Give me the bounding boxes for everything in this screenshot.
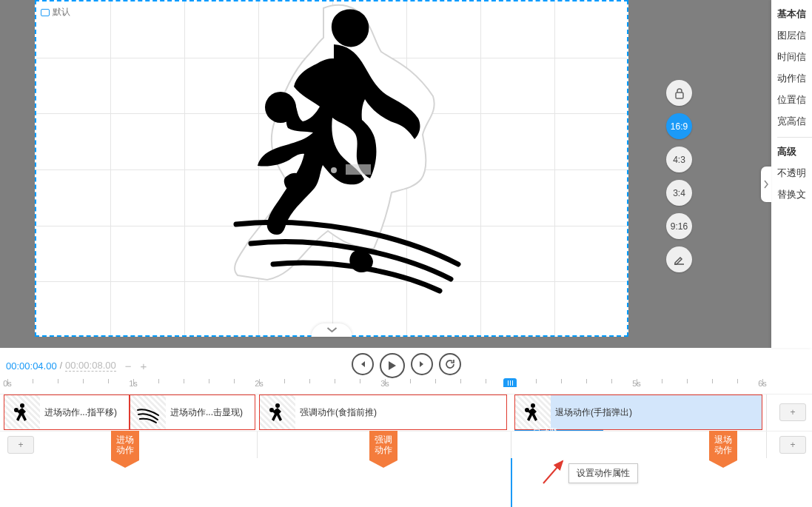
canvas-area[interactable]: 默认 bbox=[0, 0, 674, 348]
lock-ratio-button[interactable] bbox=[666, 80, 692, 106]
ratio-label: 9:16 bbox=[671, 221, 688, 232]
canvas[interactable]: 默认 bbox=[35, 0, 628, 337]
ratio-edit-button[interactable] bbox=[666, 246, 692, 272]
sidebar: 基本信 图层信 时间信 动作信 位置信 宽高信 高级 不透明 替换文 bbox=[771, 0, 812, 348]
timeline-ruler[interactable]: 0s1s2s3s4s5s6s bbox=[0, 379, 812, 394]
layer-icon bbox=[41, 9, 50, 16]
ruler-label: 0s bbox=[3, 379, 12, 388]
ratio-3-4-button[interactable]: 3:4 bbox=[666, 180, 692, 206]
prev-button[interactable] bbox=[352, 353, 374, 375]
canvas-tag-label: 默认 bbox=[53, 6, 70, 19]
loop-icon bbox=[445, 359, 455, 369]
ruler-label: 1s bbox=[129, 379, 138, 388]
sidebar-item-layer[interactable]: 图层信 bbox=[777, 29, 812, 42]
svg-point-1 bbox=[265, 92, 296, 123]
sidebar-expand-handle[interactable] bbox=[761, 167, 771, 202]
panel-collapse-handle[interactable] bbox=[312, 323, 352, 337]
ratio-column: 16:9 4:3 3:4 9:16 bbox=[674, 0, 771, 348]
sidebar-item-pos[interactable]: 位置信 bbox=[777, 93, 812, 107]
add-label: + bbox=[790, 440, 795, 450]
svg-rect-0 bbox=[41, 9, 50, 16]
svg-point-6 bbox=[269, 408, 274, 412]
ruler-label: 6s bbox=[758, 379, 767, 388]
time-total[interactable]: 00:00:08.00 bbox=[65, 360, 116, 372]
segment-thumb bbox=[515, 395, 551, 429]
add-label: + bbox=[790, 407, 795, 417]
sidebar-item-time[interactable]: 时间信 bbox=[777, 50, 812, 64]
segment-label: 退场动作(手指弹出) bbox=[555, 406, 632, 419]
skip-fwd-icon bbox=[417, 360, 426, 369]
sidebar-basic-title: 基本信 bbox=[777, 7, 812, 21]
svg-point-8 bbox=[525, 408, 529, 412]
callout-arrow bbox=[539, 457, 568, 486]
tag-enter: 进场动作 bbox=[111, 431, 139, 468]
segment-thumb bbox=[4, 395, 40, 429]
segment-thumb bbox=[260, 395, 295, 429]
playhead[interactable] bbox=[503, 378, 518, 387]
segment-enter-1[interactable]: 进场动作...指平移) bbox=[4, 394, 130, 430]
ruler-label: 2s bbox=[255, 379, 264, 388]
action-settings-tooltip: 设置动作属性 bbox=[568, 463, 638, 483]
ratio-4-3-button[interactable]: 4:3 bbox=[666, 147, 692, 172]
segment-emphasis[interactable]: 强调动作(食指前推) bbox=[259, 394, 507, 430]
next-button[interactable] bbox=[411, 353, 433, 375]
ratio-label: 4:3 bbox=[673, 155, 685, 165]
svg-point-7 bbox=[531, 403, 535, 408]
ratio-label: 3:4 bbox=[673, 188, 685, 198]
time-plus-button[interactable]: + bbox=[140, 360, 147, 372]
sidebar-item-action[interactable]: 动作信 bbox=[777, 72, 812, 85]
sidebar-item-opacity[interactable]: 不透明 bbox=[777, 167, 812, 180]
play-button[interactable] bbox=[380, 353, 405, 378]
sidebar-item-size[interactable]: 宽高信 bbox=[777, 115, 812, 128]
canvas-center-handle bbox=[331, 167, 337, 173]
sidebar-item-replace[interactable]: 替换文 bbox=[777, 188, 812, 201]
add-exit-button[interactable]: + bbox=[779, 436, 806, 454]
canvas-tag: 默认 bbox=[41, 6, 70, 19]
add-label: + bbox=[18, 440, 23, 450]
svg-point-4 bbox=[14, 408, 19, 412]
time-current: 00:00:04.00 bbox=[6, 360, 57, 372]
segment-exit[interactable]: 退场动作(手指弹出) bbox=[514, 394, 762, 430]
ruler-label: 3s bbox=[380, 379, 389, 388]
segment-enter-2[interactable]: 进场动作...击显现) bbox=[130, 394, 255, 430]
add-segment-button[interactable]: + bbox=[779, 403, 806, 421]
add-enter-button[interactable]: + bbox=[7, 436, 34, 454]
canvas-center-bar bbox=[346, 164, 371, 175]
svg-point-5 bbox=[275, 403, 280, 408]
tag-enter-label: 进场动作 bbox=[111, 431, 139, 460]
canvas-figure[interactable] bbox=[214, 4, 480, 315]
tag-exit: 退场动作 bbox=[709, 431, 737, 468]
svg-rect-2 bbox=[676, 93, 683, 98]
tag-emphasis: 强调动作 bbox=[369, 431, 397, 468]
segment-label: 强调动作(食指前推) bbox=[300, 406, 377, 419]
segment-label: 进场动作...击显现) bbox=[170, 406, 243, 419]
segment-row: 进场动作...指平移) 进场动作...击显现) 强调动作(食指前推) 退场动作(… bbox=[0, 394, 812, 431]
ratio-9-16-button[interactable]: 9:16 bbox=[666, 213, 692, 239]
time-sep: / bbox=[60, 360, 62, 371]
skip-back-icon bbox=[358, 360, 367, 369]
segment-label: 进场动作...指平移) bbox=[44, 406, 117, 419]
tag-emph-label: 强调动作 bbox=[369, 431, 397, 460]
svg-point-3 bbox=[20, 403, 24, 408]
pencil-icon bbox=[674, 254, 685, 265]
time-minus-button[interactable]: − bbox=[125, 360, 132, 372]
sidebar-advanced-title: 高级 bbox=[777, 145, 812, 158]
playback-bar: 00:00:04.00 / 00:00:08.00 − + bbox=[0, 354, 812, 377]
tooltip-text: 设置动作属性 bbox=[577, 468, 630, 478]
segment-thumb bbox=[130, 395, 166, 429]
chevron-right-icon bbox=[764, 180, 768, 189]
play-icon bbox=[387, 360, 397, 371]
tag-exit-label: 退场动作 bbox=[709, 431, 737, 460]
ruler-label: 5s bbox=[632, 379, 641, 388]
ratio-16-9-button[interactable]: 16:9 bbox=[666, 113, 692, 139]
lock-icon bbox=[674, 87, 685, 99]
loop-button[interactable] bbox=[439, 353, 461, 375]
ratio-label: 16:9 bbox=[671, 121, 688, 132]
